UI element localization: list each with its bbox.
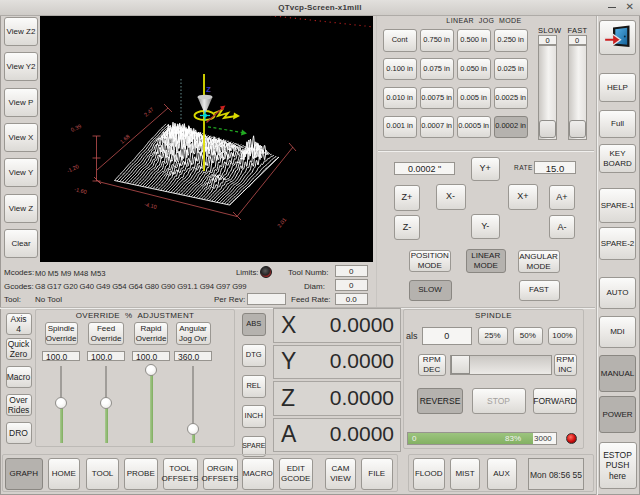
svg-text:1.68: 1.68 bbox=[119, 133, 131, 144]
svg-text:2.01: 2.01 bbox=[276, 216, 287, 228]
svg-text:0.39: 0.39 bbox=[70, 123, 82, 133]
svg-text:Z: Z bbox=[206, 85, 211, 94]
svg-text:-1.20: -1.20 bbox=[66, 163, 80, 174]
svg-text:-1.60: -1.60 bbox=[74, 186, 88, 195]
svg-text:2.47: 2.47 bbox=[143, 106, 155, 117]
svg-text:-4.10: -4.10 bbox=[144, 201, 158, 210]
